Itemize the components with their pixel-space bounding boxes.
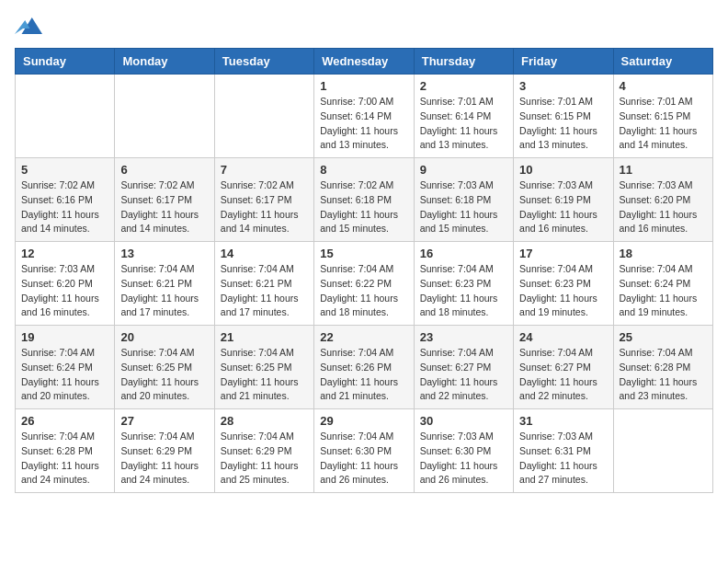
day-number: 11 (620, 163, 707, 177)
day-info: Sunrise: 7:04 AMSunset: 6:25 PMDaylight:… (221, 346, 308, 404)
day-info: Sunrise: 7:03 AMSunset: 6:19 PMDaylight:… (519, 178, 607, 236)
calendar-cell: 31Sunrise: 7:03 AMSunset: 6:31 PMDayligh… (514, 409, 613, 493)
day-info: Sunrise: 7:04 AMSunset: 6:27 PMDaylight:… (420, 346, 507, 404)
day-info: Sunrise: 7:02 AMSunset: 6:17 PMDaylight:… (120, 178, 208, 236)
day-info: Sunrise: 7:04 AMSunset: 6:23 PMDaylight:… (420, 262, 507, 320)
calendar-cell: 5Sunrise: 7:02 AMSunset: 6:16 PMDaylight… (16, 158, 115, 242)
calendar-cell: 12Sunrise: 7:03 AMSunset: 6:20 PMDayligh… (16, 242, 115, 326)
calendar-cell: 26Sunrise: 7:04 AMSunset: 6:28 PMDayligh… (16, 409, 115, 493)
calendar-cell (16, 75, 115, 158)
weekday-header-tuesday: Tuesday (214, 49, 313, 75)
calendar-week-5: 26Sunrise: 7:04 AMSunset: 6:28 PMDayligh… (16, 409, 713, 493)
day-number: 13 (120, 247, 208, 260)
day-number: 31 (519, 414, 607, 428)
day-number: 16 (420, 247, 507, 260)
calendar-cell (613, 409, 712, 493)
weekday-header-thursday: Thursday (414, 49, 513, 75)
calendar-cell: 27Sunrise: 7:04 AMSunset: 6:29 PMDayligh… (115, 409, 214, 493)
calendar-cell: 17Sunrise: 7:04 AMSunset: 6:23 PMDayligh… (514, 242, 613, 326)
logo-icon (15, 15, 42, 37)
weekday-header-row: SundayMondayTuesdayWednesdayThursdayFrid… (16, 49, 713, 75)
calendar-cell (115, 75, 214, 158)
day-info: Sunrise: 7:04 AMSunset: 6:21 PMDaylight:… (221, 262, 308, 320)
calendar-cell: 29Sunrise: 7:04 AMSunset: 6:30 PMDayligh… (314, 409, 414, 493)
calendar-cell: 2Sunrise: 7:01 AMSunset: 6:14 PMDaylight… (414, 75, 513, 158)
day-info: Sunrise: 7:04 AMSunset: 6:21 PMDaylight:… (120, 262, 208, 320)
day-info: Sunrise: 7:03 AMSunset: 6:20 PMDaylight:… (21, 262, 108, 320)
day-info: Sunrise: 7:04 AMSunset: 6:24 PMDaylight:… (21, 346, 108, 404)
weekday-header-friday: Friday (514, 49, 613, 75)
day-number: 4 (620, 79, 707, 93)
calendar-week-3: 12Sunrise: 7:03 AMSunset: 6:20 PMDayligh… (16, 242, 713, 326)
day-number: 3 (519, 79, 607, 93)
day-info: Sunrise: 7:03 AMSunset: 6:20 PMDaylight:… (620, 178, 707, 236)
calendar-cell: 8Sunrise: 7:02 AMSunset: 6:18 PMDaylight… (314, 158, 414, 242)
calendar-week-1: 1Sunrise: 7:00 AMSunset: 6:14 PMDaylight… (16, 75, 713, 158)
calendar-cell: 10Sunrise: 7:03 AMSunset: 6:19 PMDayligh… (514, 158, 613, 242)
day-info: Sunrise: 7:01 AMSunset: 6:14 PMDaylight:… (420, 95, 507, 153)
calendar-cell: 23Sunrise: 7:04 AMSunset: 6:27 PMDayligh… (414, 326, 513, 409)
calendar-cell: 25Sunrise: 7:04 AMSunset: 6:28 PMDayligh… (613, 326, 712, 409)
day-info: Sunrise: 7:04 AMSunset: 6:28 PMDaylight:… (21, 430, 108, 488)
day-info: Sunrise: 7:02 AMSunset: 6:18 PMDaylight:… (320, 178, 407, 236)
day-number: 28 (221, 414, 308, 428)
day-number: 7 (221, 163, 308, 177)
weekday-header-monday: Monday (115, 49, 214, 75)
day-number: 26 (21, 414, 108, 428)
calendar-cell: 4Sunrise: 7:01 AMSunset: 6:15 PMDaylight… (613, 75, 712, 158)
day-number: 12 (21, 247, 108, 260)
day-number: 25 (620, 330, 707, 344)
calendar-cell: 30Sunrise: 7:03 AMSunset: 6:30 PMDayligh… (414, 409, 513, 493)
day-number: 14 (221, 247, 308, 260)
day-number: 8 (320, 163, 407, 177)
calendar-week-2: 5Sunrise: 7:02 AMSunset: 6:16 PMDaylight… (16, 158, 713, 242)
day-number: 29 (320, 414, 407, 428)
page-header (15, 15, 713, 37)
calendar-cell: 6Sunrise: 7:02 AMSunset: 6:17 PMDaylight… (115, 158, 214, 242)
calendar-cell: 19Sunrise: 7:04 AMSunset: 6:24 PMDayligh… (16, 326, 115, 409)
calendar-cell: 13Sunrise: 7:04 AMSunset: 6:21 PMDayligh… (115, 242, 214, 326)
calendar-cell: 1Sunrise: 7:00 AMSunset: 6:14 PMDaylight… (314, 75, 414, 158)
calendar-cell: 28Sunrise: 7:04 AMSunset: 6:29 PMDayligh… (214, 409, 313, 493)
day-number: 19 (21, 330, 108, 344)
day-info: Sunrise: 7:01 AMSunset: 6:15 PMDaylight:… (519, 95, 607, 153)
day-number: 27 (120, 414, 208, 428)
day-info: Sunrise: 7:03 AMSunset: 6:31 PMDaylight:… (519, 430, 607, 488)
day-info: Sunrise: 7:02 AMSunset: 6:16 PMDaylight:… (21, 178, 108, 236)
day-info: Sunrise: 7:04 AMSunset: 6:28 PMDaylight:… (620, 346, 707, 404)
calendar-cell: 14Sunrise: 7:04 AMSunset: 6:21 PMDayligh… (214, 242, 313, 326)
day-number: 20 (120, 330, 208, 344)
calendar-cell: 22Sunrise: 7:04 AMSunset: 6:26 PMDayligh… (314, 326, 414, 409)
day-number: 9 (420, 163, 507, 177)
calendar-week-4: 19Sunrise: 7:04 AMSunset: 6:24 PMDayligh… (16, 326, 713, 409)
day-info: Sunrise: 7:03 AMSunset: 6:30 PMDaylight:… (420, 430, 507, 488)
calendar-cell (214, 75, 313, 158)
day-info: Sunrise: 7:04 AMSunset: 6:24 PMDaylight:… (620, 262, 707, 320)
day-number: 15 (320, 247, 407, 260)
day-info: Sunrise: 7:02 AMSunset: 6:17 PMDaylight:… (221, 178, 308, 236)
day-info: Sunrise: 7:03 AMSunset: 6:18 PMDaylight:… (420, 178, 507, 236)
day-number: 6 (120, 163, 208, 177)
day-number: 2 (420, 79, 507, 93)
weekday-header-saturday: Saturday (613, 49, 712, 75)
calendar-cell: 11Sunrise: 7:03 AMSunset: 6:20 PMDayligh… (613, 158, 712, 242)
calendar-cell: 7Sunrise: 7:02 AMSunset: 6:17 PMDaylight… (214, 158, 313, 242)
day-number: 17 (519, 247, 607, 260)
day-info: Sunrise: 7:04 AMSunset: 6:23 PMDaylight:… (519, 262, 607, 320)
day-number: 21 (221, 330, 308, 344)
day-info: Sunrise: 7:00 AMSunset: 6:14 PMDaylight:… (320, 95, 407, 153)
calendar-cell: 20Sunrise: 7:04 AMSunset: 6:25 PMDayligh… (115, 326, 214, 409)
day-number: 22 (320, 330, 407, 344)
day-info: Sunrise: 7:04 AMSunset: 6:30 PMDaylight:… (320, 430, 407, 488)
day-info: Sunrise: 7:01 AMSunset: 6:15 PMDaylight:… (620, 95, 707, 153)
weekday-header-sunday: Sunday (16, 49, 115, 75)
calendar-cell: 15Sunrise: 7:04 AMSunset: 6:22 PMDayligh… (314, 242, 414, 326)
day-info: Sunrise: 7:04 AMSunset: 6:26 PMDaylight:… (320, 346, 407, 404)
day-number: 1 (320, 79, 407, 93)
day-info: Sunrise: 7:04 AMSunset: 6:29 PMDaylight:… (221, 430, 308, 488)
weekday-header-wednesday: Wednesday (314, 49, 414, 75)
calendar-cell: 3Sunrise: 7:01 AMSunset: 6:15 PMDaylight… (514, 75, 613, 158)
calendar-cell: 9Sunrise: 7:03 AMSunset: 6:18 PMDaylight… (414, 158, 513, 242)
day-info: Sunrise: 7:04 AMSunset: 6:22 PMDaylight:… (320, 262, 407, 320)
calendar-cell: 18Sunrise: 7:04 AMSunset: 6:24 PMDayligh… (613, 242, 712, 326)
